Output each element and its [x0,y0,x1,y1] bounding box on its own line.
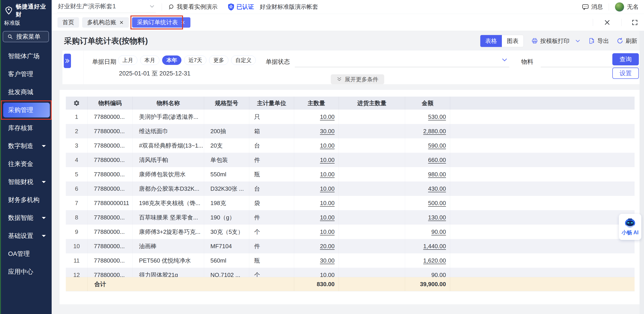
date-preset-更多[interactable]: 更多 [209,56,228,65]
qty-link[interactable]: 10.00 [320,214,334,221]
double-chevron-right-icon [64,58,70,64]
close-all-tabs-icon[interactable] [604,19,610,26]
demo-link[interactable]: 我要看实例演示 [168,3,218,11]
cell-spec: 550ml [204,167,249,182]
expand-more-conditions-button[interactable]: 展开更多条件 [331,74,384,84]
refresh-button[interactable]: 刷新 [616,37,637,45]
amount-link[interactable]: 660.00 [428,156,446,164]
tab-首页[interactable]: 首页 [58,17,79,28]
qty-link[interactable]: 10.00 [320,114,334,120]
material-filter-label: 物料 [521,58,533,66]
cell-qty: 10.00 [294,182,339,196]
certified-badge[interactable]: 企 已认证 [228,3,254,11]
qty-link[interactable]: 30.00 [320,128,334,135]
sidebar-item-财务多机构[interactable]: 财务多机构 [0,191,52,209]
cell-filler [450,124,634,138]
sidebar-item-采购管理[interactable]: 采购管理 [0,101,52,119]
sidebar-item-应用中心[interactable]: 应用中心 [0,263,52,281]
cell-code: 77880000... [88,268,133,277]
date-preset-本年[interactable]: 本年 [162,56,182,65]
account-set-dropdown[interactable]: 好业财生产演示帐套1 [57,1,156,13]
amount-link[interactable]: 980.00 [428,171,446,178]
sidebar-item-OA管理[interactable]: OA管理 [0,245,52,263]
amount-link[interactable]: 90.00 [431,272,446,277]
collapse-filters-button[interactable] [64,54,71,68]
sidebar-item-基础设置[interactable]: 基础设置 [0,227,52,245]
view-toggle: 表格 图表 [480,35,524,47]
open-tabs-bar: 首页 多机构总账 采购订单统计表 [52,14,644,31]
tab-多机构总账[interactable]: 多机构总账 [82,17,129,28]
qty-link[interactable]: 10.00 [320,142,334,149]
sidebar-item-库存核算[interactable]: 库存核算 [0,119,52,137]
chevron-down-icon[interactable] [575,38,581,44]
export-button[interactable]: 导出 [588,37,609,45]
amount-link[interactable]: 430.00 [428,185,446,192]
cell-spec: 190（g） [204,210,249,224]
column-header[interactable]: 物料名称 [133,96,204,110]
sidebar-item-label: 财务多机构 [8,196,40,204]
cell-filler [450,268,634,277]
sidebar-item-往来资金[interactable]: 往来资金 [0,155,52,173]
messages-button[interactable]: 消息 [582,3,603,11]
qty-link[interactable]: 10.00 [320,185,334,192]
qty-link[interactable]: 10.00 [320,200,334,207]
date-range-value[interactable]: 2025-01-01 至 2025-12-31 [119,70,190,78]
table-row: 677880000...唐都办公胶装本D32K...D32K30张 ...台10… [66,182,634,196]
settings-button[interactable]: 设置 [612,68,639,79]
cell-code: 77880000... [88,224,133,239]
amount-link[interactable]: 500.00 [428,200,446,207]
sidebar-item-label: 基础设置 [8,232,33,240]
amount-link[interactable]: 130.00 [428,214,446,221]
view-toggle-table[interactable]: 表格 [480,35,502,47]
cell-code: 77880000... [88,182,133,196]
cell-unit: 个 [249,224,294,239]
date-preset-本月[interactable]: 本月 [140,56,160,65]
tab-close-icon[interactable] [180,20,186,25]
view-toggle-chart[interactable]: 图表 [502,35,524,47]
cell-no: 12 [66,268,88,277]
qty-link[interactable]: 10.00 [320,156,334,164]
qty-link[interactable]: 10.00 [320,228,334,236]
amount-link[interactable]: 1,620.00 [423,257,446,264]
cell-purchase_qty [339,182,405,196]
date-preset-上月[interactable]: 上月 [118,56,138,65]
column-header[interactable]: 进货主数量 [339,96,405,110]
cell-unit: 件 [249,239,294,253]
sidebar-item-智能财税[interactable]: 智能财税 [0,173,52,191]
qty-link[interactable]: 10.00 [320,171,334,178]
column-header[interactable]: 金额 [405,96,450,110]
sidebar-item-数据智能[interactable]: 数据智能 [0,209,52,227]
sidebar-item-批发商城[interactable]: 批发商城 [0,83,52,101]
qty-link[interactable]: 30.00 [320,257,334,264]
qty-link[interactable]: 20.00 [320,243,334,250]
amount-link[interactable]: 90.00 [431,228,446,236]
query-button[interactable]: 查询 [612,53,639,65]
column-header[interactable]: 物料编码 [88,96,133,110]
user-avatar[interactable] [615,2,624,12]
amount-link[interactable]: 1,440.00 [423,243,446,250]
table-row: 277880000...维达纸面巾200抽箱30.002,880.00 [66,124,634,138]
column-header[interactable]: 主数量 [294,96,339,110]
sidebar-item-客户管理[interactable]: 客户管理 [0,65,52,83]
column-header[interactable]: 主计量单位 [249,96,294,110]
cell-amount: 1,440.00 [405,239,450,253]
fullscreen-icon[interactable] [632,19,638,26]
column-header[interactable]: 规格型号 [204,96,249,110]
amount-link[interactable]: 2,880.00 [423,128,446,135]
cell-code: 77880000... [88,253,133,268]
sidebar-item-智能体广场[interactable]: 智能体广场 [0,47,52,65]
amount-link[interactable]: 530.00 [428,114,446,120]
cell-unit: 件 [249,210,294,224]
ai-assistant-button[interactable]: 小畅 AI [619,214,641,240]
amount-link[interactable]: 590.00 [428,142,446,149]
column-settings-button[interactable] [66,96,88,110]
date-preset-自定义[interactable]: 自定义 [231,56,256,65]
date-preset-近7天[interactable]: 近7天 [184,56,206,65]
status-select[interactable] [295,50,509,67]
print-by-template-button[interactable]: 按模板打印 [531,37,581,45]
sidebar-item-数字制造[interactable]: 数字制造 [0,137,52,155]
tab-close-icon[interactable] [119,20,124,25]
sidebar-search-input[interactable]: 搜索菜单 [3,31,49,42]
qty-link[interactable]: 10.00 [320,272,334,277]
tab-采购订单统计表[interactable]: 采购订单统计表 [132,17,190,28]
